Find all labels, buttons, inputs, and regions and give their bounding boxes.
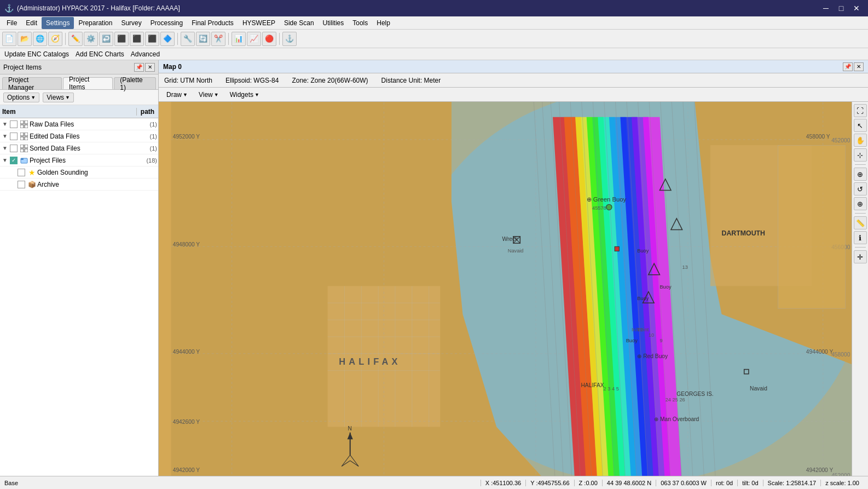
tool11[interactable]: 📊 — [232, 32, 246, 46]
panel-pin-button[interactable]: 📌 — [134, 63, 144, 72]
tool10[interactable]: ✂️ — [211, 32, 225, 46]
main-area: Project Items 📌 ✕ Project Manager Projec… — [0, 60, 868, 476]
map-pin-button[interactable]: 📌 — [843, 62, 853, 71]
ellipsoid-info: Ellipsoid: WGS-84 — [225, 77, 279, 84]
menu-preparation[interactable]: Preparation — [74, 17, 117, 29]
svg-rect-11 — [25, 149, 28, 152]
map-header: Grid: UTM North Ellipsoid: WGS-84 Zone: … — [159, 73, 868, 88]
tree-row-archive[interactable]: 📦 Archive — [0, 179, 158, 191]
tab-project-manager[interactable]: Project Manager — [2, 77, 62, 89]
menu-file[interactable]: File — [2, 17, 21, 29]
expand-sorted[interactable]: ▼ — [1, 145, 9, 151]
views-button[interactable]: Views ▼ — [43, 93, 74, 102]
enc-update-link[interactable]: Update ENC Catalogs — [4, 50, 69, 58]
check-archive[interactable] — [18, 181, 25, 188]
widgets-menu[interactable]: Widgets ▼ — [225, 89, 264, 101]
open-button[interactable]: 📂 — [18, 32, 32, 46]
menu-utilities[interactable]: Utilities — [319, 17, 349, 29]
cursor-tool[interactable]: ↖ — [854, 119, 867, 132]
cursor2-tool[interactable]: ✛ — [854, 250, 867, 263]
svg-text:N: N — [348, 425, 352, 432]
new-button[interactable]: 📄 — [2, 32, 16, 46]
menu-hysweep[interactable]: HYSWEEP — [238, 17, 280, 29]
expand-tool[interactable]: ⛶ — [854, 104, 867, 117]
maximize-button[interactable]: □ — [834, 3, 848, 14]
map-title-controls[interactable]: 📌 ✕ — [843, 62, 864, 71]
draw-menu[interactable]: Draw ▼ — [162, 89, 192, 101]
map-container[interactable]: ⊕ Green Buoy DARTMOUTH Wreck Navaid Buoy… — [159, 102, 868, 476]
check-edited[interactable] — [10, 133, 18, 140]
panel-close-button[interactable]: ✕ — [145, 63, 155, 72]
check-sorted[interactable] — [10, 145, 18, 152]
info-tool[interactable]: ℹ — [854, 231, 867, 244]
tool6[interactable]: ⬛ — [145, 32, 159, 46]
count-project: (18) — [146, 157, 157, 164]
zoom-tool[interactable]: ⊕ — [854, 197, 867, 210]
items-list: ▼ Raw Data Files (1) ▼ — [0, 118, 158, 476]
map-title-bar: Map 0 📌 ✕ — [159, 60, 868, 73]
svg-text:4948000 Y: 4948000 Y — [173, 241, 200, 248]
menu-bar: File Edit Settings Preparation Survey Pr… — [0, 16, 868, 30]
svg-text:13: 13 — [682, 265, 688, 271]
check-raw[interactable] — [10, 120, 18, 128]
tool7[interactable]: 🔷 — [160, 32, 175, 46]
tool9[interactable]: 🔄 — [196, 32, 210, 46]
tree-row-edited[interactable]: ▼ Edited Data Files (1) — [0, 130, 158, 142]
title-bar-controls[interactable]: ─ □ ✕ — [819, 3, 864, 14]
tool2[interactable]: ⚙️ — [84, 32, 98, 46]
expand-project[interactable]: ▼ — [1, 157, 9, 163]
expand-edited[interactable]: ▼ — [1, 133, 9, 139]
close-button[interactable]: ✕ — [849, 3, 864, 14]
tab-project-items[interactable]: Project Items — [63, 77, 113, 89]
tool14[interactable]: ⚓ — [282, 32, 297, 46]
menu-survey[interactable]: Survey — [117, 17, 146, 29]
tool4[interactable]: ⬛ — [114, 32, 129, 46]
tree-row-raw[interactable]: ▼ Raw Data Files (1) — [0, 118, 158, 130]
icon-sorted — [20, 144, 28, 153]
tool12[interactable]: 📈 — [247, 32, 261, 46]
hand-tool[interactable]: ✋ — [854, 134, 867, 147]
items-header-item: Item — [0, 108, 136, 116]
measure-tool[interactable]: 📏 — [854, 216, 867, 229]
svg-rect-0 — [20, 120, 24, 124]
tool3[interactable]: ↩️ — [99, 32, 113, 46]
menu-processing[interactable]: Processing — [146, 17, 187, 29]
check-golden[interactable] — [18, 169, 25, 176]
map-close-button[interactable]: ✕ — [854, 62, 864, 71]
menu-help[interactable]: Help — [372, 17, 395, 29]
menu-tools[interactable]: Tools — [348, 17, 372, 29]
view-menu[interactable]: View ▼ — [194, 89, 223, 101]
options-button[interactable]: Options ▼ — [3, 93, 39, 102]
globe-button[interactable]: 🌐 — [33, 32, 47, 46]
menu-side-scan[interactable]: Side Scan — [280, 17, 319, 29]
tree-row-project[interactable]: ▼ Project Files (18) — [0, 154, 158, 166]
svg-text:458000 Y: 458000 Y — [806, 134, 830, 140]
tree-row-sorted[interactable]: ▼ Sorted Data Files (1) — [0, 142, 158, 154]
enc-advanced-link[interactable]: Advanced — [131, 50, 160, 58]
label-sorted: Sorted Data Files — [30, 145, 148, 152]
menu-edit[interactable]: Edit — [21, 17, 42, 29]
tool13[interactable]: 🔴 — [262, 32, 276, 46]
icon-archive: 📦 — [27, 180, 36, 189]
tool8[interactable]: 🔧 — [181, 32, 195, 46]
expand-raw[interactable]: ▼ — [1, 121, 9, 127]
menu-final-products[interactable]: Final Products — [187, 17, 238, 29]
minimize-button[interactable]: ─ — [819, 3, 833, 14]
panel-title-controls[interactable]: 📌 ✕ — [134, 63, 155, 72]
tool5[interactable]: ⬛ — [130, 32, 144, 46]
tab-palette[interactable]: (Palette 1) — [114, 77, 156, 89]
tree-row-golden[interactable]: ★ Golden Sounding — [0, 166, 158, 179]
nav-button[interactable]: 🧭 — [48, 32, 62, 46]
menu-settings[interactable]: Settings — [42, 17, 74, 29]
items-header-path: path — [136, 108, 158, 116]
enc-add-link[interactable]: Add ENC Charts — [76, 50, 124, 58]
status-zscale: z scale: 1.00 — [820, 480, 864, 486]
map-svg[interactable]: ⊕ Green Buoy DARTMOUTH Wreck Navaid Buoy… — [159, 102, 868, 476]
check-project[interactable] — [10, 157, 18, 164]
tool1[interactable]: ✏️ — [68, 32, 83, 46]
select-tool[interactable]: ⊹ — [854, 148, 867, 162]
right-toolbar: ⛶ ↖ ✋ ⊹ ⊕ ↺ ⊕ 📏 ℹ ✛ — [852, 102, 868, 476]
svg-text:4944000 Y: 4944000 Y — [173, 349, 200, 355]
north-tool[interactable]: ⊕ — [854, 168, 867, 181]
rotate-tool[interactable]: ↺ — [854, 182, 867, 195]
